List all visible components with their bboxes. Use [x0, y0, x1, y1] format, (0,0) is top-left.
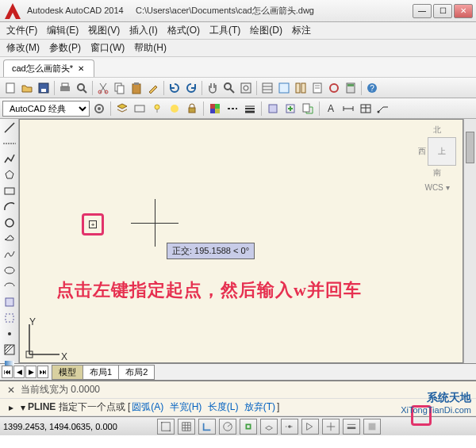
layer-props-button[interactable] — [132, 101, 148, 117]
command-close-icon[interactable]: ✕ — [5, 384, 17, 396]
calc-button[interactable] — [343, 80, 359, 96]
markup-button[interactable] — [326, 80, 342, 96]
cut-button[interactable] — [95, 80, 111, 96]
pan-button[interactable] — [205, 80, 221, 96]
dim-style-icon[interactable] — [340, 101, 356, 117]
rectangle-tool[interactable] — [2, 184, 17, 198]
layer-lock-icon[interactable] — [184, 101, 200, 117]
zoom-button[interactable] — [221, 80, 237, 96]
tool-palettes-button[interactable] — [293, 80, 309, 96]
layer-freeze-icon[interactable] — [167, 101, 182, 117]
menu-draw[interactable]: 绘图(D) — [245, 22, 287, 39]
menu-format[interactable]: 格式(O) — [163, 22, 205, 39]
menu-view[interactable]: 视图(V) — [83, 22, 125, 39]
insert-block-icon[interactable] — [282, 101, 298, 117]
close-tab-icon[interactable]: ✕ — [76, 64, 86, 74]
menu-insert[interactable]: 插入(I) — [125, 22, 162, 39]
scrollbar-thumb[interactable] — [466, 132, 474, 163]
polar-mode-button[interactable] — [219, 419, 236, 435]
command-opt-length[interactable]: 长度(L) — [208, 401, 239, 412]
command-opt-undo[interactable]: 放弃(T) — [244, 401, 275, 412]
menu-dimension[interactable]: 标注 — [287, 22, 316, 39]
grid-mode-button[interactable] — [178, 419, 195, 435]
layout-next-button[interactable]: ▶ — [25, 366, 36, 378]
command-opt-halfwidth[interactable]: 半宽(H) — [170, 401, 202, 412]
menu-modify[interactable]: 修改(M) — [2, 40, 44, 56]
osnap-mode-button[interactable] — [240, 419, 257, 435]
menu-edit[interactable]: 编辑(E) — [42, 22, 83, 39]
layout-last-button[interactable]: ⏭ — [37, 366, 48, 378]
spline-tool[interactable] — [2, 247, 17, 262]
ellipse-tool[interactable] — [2, 263, 17, 278]
layout-prev-button[interactable]: ◀ — [13, 366, 25, 378]
save-button[interactable] — [36, 80, 52, 96]
close-button[interactable]: ✕ — [454, 4, 473, 18]
xref-icon[interactable] — [300, 101, 316, 117]
line-tool[interactable] — [2, 121, 17, 135]
block-icon[interactable] — [265, 101, 281, 117]
hatch-tool[interactable] — [2, 343, 17, 357]
ellipse-arc-tool[interactable] — [2, 279, 17, 293]
menu-file[interactable]: 文件(F) — [2, 22, 42, 39]
point-tool[interactable] — [2, 327, 17, 341]
menu-help[interactable]: 帮助(H) — [129, 40, 171, 56]
revcloud-tool[interactable] — [2, 232, 17, 246]
maximize-button[interactable]: ☐ — [433, 4, 452, 18]
arc-tool[interactable] — [2, 200, 17, 214]
paste-button[interactable] — [129, 80, 144, 96]
copy-button[interactable] — [112, 80, 128, 96]
polyline-tool[interactable] — [2, 152, 17, 167]
dyn-input-button[interactable] — [322, 419, 340, 435]
viewcube-top[interactable]: 上 — [428, 137, 456, 166]
open-button[interactable] — [19, 80, 35, 96]
construction-line-tool[interactable] — [2, 136, 17, 151]
table-style-icon[interactable] — [358, 101, 374, 117]
workspace-select[interactable]: AutoCAD 经典 — [2, 101, 90, 117]
layer-on-icon[interactable] — [149, 101, 165, 117]
undo-button[interactable] — [167, 80, 182, 96]
3dosnap-button[interactable] — [260, 419, 278, 435]
sheet-set-button[interactable] — [309, 80, 325, 96]
polygon-tool[interactable] — [2, 168, 17, 182]
snap-mode-button[interactable] — [157, 419, 175, 435]
print-button[interactable] — [57, 80, 73, 96]
layout-tab-model[interactable]: 模型 — [52, 365, 83, 380]
layout-tab-2[interactable]: 布局2 — [118, 365, 155, 380]
redo-button[interactable] — [183, 80, 199, 96]
lineweight-icon[interactable] — [242, 101, 258, 117]
match-props-button[interactable] — [145, 80, 161, 96]
layout-tab-1[interactable]: 布局1 — [83, 365, 119, 380]
layer-icon[interactable] — [114, 101, 130, 117]
menu-window[interactable]: 窗口(W) — [86, 40, 129, 56]
text-style-icon[interactable]: A — [323, 101, 339, 117]
insert-block-tool[interactable] — [2, 295, 17, 309]
toolbar-separator — [202, 81, 202, 95]
viewcube[interactable]: 北 西 上 南 WCS ▾ — [418, 124, 456, 192]
workspace-settings-button[interactable] — [91, 101, 107, 117]
otrack-button[interactable] — [281, 419, 298, 435]
menu-tools[interactable]: 工具(T) — [205, 22, 245, 39]
properties-button[interactable] — [259, 80, 275, 96]
menu-parametric[interactable]: 参数(P) — [44, 40, 86, 56]
transparency-button[interactable] — [363, 419, 381, 435]
color-icon[interactable] — [207, 101, 223, 117]
zoom-extents-button[interactable] — [238, 80, 254, 96]
ducs-button[interactable] — [301, 419, 319, 435]
linetype-icon[interactable] — [225, 101, 240, 117]
drawing-canvas[interactable]: 北 西 上 南 WCS ▾ + 正交: 195.1588 < 0° 点击左键指定… — [19, 119, 463, 363]
preview-button[interactable] — [74, 80, 90, 96]
lineweight-button[interactable] — [343, 419, 360, 435]
wcs-label[interactable]: WCS ▾ — [418, 183, 456, 192]
vertical-scrollbar[interactable] — [463, 119, 476, 363]
circle-tool[interactable] — [2, 216, 17, 230]
command-opt-arc[interactable]: 圆弧(A) — [132, 401, 163, 412]
ortho-mode-button[interactable] — [198, 419, 216, 435]
new-button[interactable] — [2, 80, 18, 96]
help-button[interactable]: ? — [364, 80, 380, 96]
design-center-button[interactable] — [276, 80, 292, 96]
mleader-style-icon[interactable] — [375, 101, 391, 117]
layout-first-button[interactable]: ⏮ — [2, 366, 13, 378]
make-block-tool[interactable] — [2, 311, 17, 325]
document-tab[interactable]: cad怎么画箭头* ✕ — [3, 59, 94, 77]
minimize-button[interactable]: — — [413, 4, 432, 18]
